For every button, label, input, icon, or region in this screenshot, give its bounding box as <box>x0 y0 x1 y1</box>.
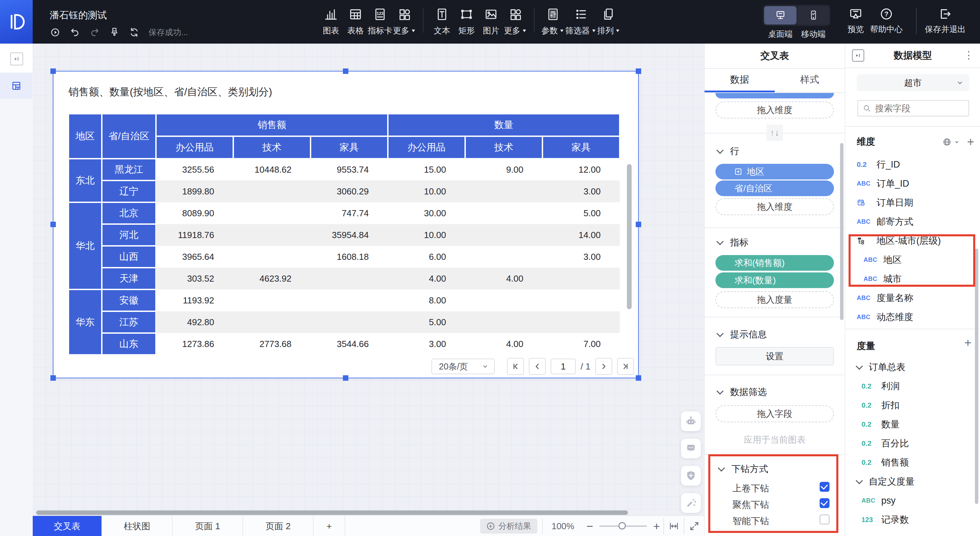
page-tab-页面 2[interactable]: 页面 2 <box>243 516 313 536</box>
value-cell[interactable] <box>465 246 542 268</box>
field-销售额[interactable]: 0.2销售额 <box>857 453 972 472</box>
province-cell[interactable]: 辽宁 <box>102 180 156 202</box>
resize-handle-sw[interactable] <box>50 375 56 381</box>
zoom-slider-knob[interactable] <box>618 522 626 530</box>
save-and-exit-button[interactable]: 保存并退出 <box>921 7 969 35</box>
measure-field-pill[interactable]: 求和(销售额) <box>716 255 834 271</box>
insert-tool-filterlist[interactable]: 筛选器▼ <box>565 7 597 36</box>
measure-group-qty[interactable]: 数量 <box>388 114 620 136</box>
desktop-toggle-button[interactable] <box>764 6 797 24</box>
value-cell[interactable]: 15.00 <box>388 159 465 180</box>
field-折扣[interactable]: 0.2折扣 <box>857 396 972 415</box>
next-page-button[interactable] <box>595 358 612 375</box>
field-search-input[interactable] <box>875 103 961 114</box>
rows-dropzone[interactable]: 拖入维度 <box>716 198 834 215</box>
insert-tool-arrange[interactable]: 排列▼ <box>597 7 621 36</box>
globe-icon[interactable] <box>943 138 951 146</box>
zoom-slider[interactable] <box>599 518 647 534</box>
value-cell[interactable]: 8089.90 <box>156 202 233 224</box>
value-cell[interactable] <box>465 289 542 311</box>
insert-tool-table[interactable]: 表格 <box>343 7 368 36</box>
more-options-icon[interactable]: ⋮ <box>964 49 974 61</box>
value-cell[interactable] <box>542 289 620 311</box>
province-cell[interactable]: 河北 <box>102 224 156 246</box>
design-canvas[interactable]: 销售额、数量(按地区、省/自治区、类别划分) 地区 省/自治区 销售额 数量 办… <box>33 44 704 515</box>
resize-handle-n[interactable] <box>343 68 348 74</box>
field-记录数[interactable]: 123记录数 <box>857 510 972 529</box>
field-订单日期[interactable]: 订单日期 <box>857 193 972 212</box>
resize-handle-e[interactable] <box>636 222 641 227</box>
region-cell[interactable]: 华东 <box>68 289 102 355</box>
value-cell[interactable]: 7.00 <box>542 333 620 355</box>
redo-icon[interactable] <box>89 27 100 38</box>
value-cell[interactable]: 1193.92 <box>156 289 233 311</box>
value-cell[interactable]: 10.00 <box>388 224 465 246</box>
field-地区[interactable]: ABC地区 <box>857 250 972 269</box>
insert-tool-params[interactable]: 参数▼ <box>541 7 565 36</box>
chevron-down-icon[interactable] <box>954 139 959 145</box>
col-sales-office[interactable]: 办公用品 <box>156 136 233 159</box>
field-动态维度[interactable]: ABC动态维度 <box>857 307 972 326</box>
value-cell[interactable]: 4.00 <box>388 268 465 289</box>
tab-data[interactable]: 数据 <box>705 68 775 91</box>
province-cell[interactable]: 江苏 <box>102 311 156 333</box>
fit-width-button[interactable] <box>669 521 679 531</box>
field-城市[interactable]: ABC城市 <box>857 269 972 288</box>
value-cell[interactable]: 9553.74 <box>310 159 388 180</box>
field-地区-城市(层级)[interactable]: 地区-城市(层级) <box>857 231 972 250</box>
value-cell[interactable] <box>465 202 542 224</box>
value-cell[interactable]: 4.00 <box>465 268 542 289</box>
value-cell[interactable]: 30.00 <box>388 202 465 224</box>
region-cell[interactable]: 东北 <box>68 159 102 202</box>
clipped-column-pill[interactable] <box>716 93 834 99</box>
analysis-result-button[interactable]: 分析结果 <box>480 519 537 534</box>
col-sales-furniture[interactable]: 家具 <box>310 136 388 159</box>
ai-assistant-button[interactable] <box>681 411 701 431</box>
value-cell[interactable]: 10448.62 <box>233 159 310 180</box>
app-logo[interactable] <box>0 0 33 44</box>
value-cell[interactable] <box>233 311 310 333</box>
page-number-input[interactable] <box>550 359 576 374</box>
tab-style[interactable]: 样式 <box>775 68 845 91</box>
resize-handle-nw[interactable] <box>50 68 56 74</box>
field-订单_ID[interactable]: ABC订单_ID <box>857 174 972 193</box>
page-tab-柱状图[interactable]: 柱状图 <box>102 516 173 536</box>
field-数量[interactable]: 0.2数量 <box>857 415 972 434</box>
mobile-toggle-button[interactable] <box>797 6 829 24</box>
dataset-select[interactable]: 超市 <box>857 74 969 91</box>
page-tab-交叉表[interactable]: 交叉表 <box>33 516 102 536</box>
column-dropzone[interactable]: 拖入维度 <box>716 102 834 119</box>
add-measure-icon[interactable]: + <box>964 336 972 350</box>
col-qty-furniture[interactable]: 家具 <box>542 136 620 159</box>
first-page-button[interactable] <box>507 358 524 375</box>
format-brush-icon[interactable] <box>109 27 120 38</box>
refresh-icon[interactable] <box>129 27 140 38</box>
zoom-in-button[interactable]: + <box>653 520 660 533</box>
resize-handle-ne[interactable] <box>636 68 641 74</box>
value-cell[interactable]: 2773.68 <box>233 333 310 355</box>
value-cell[interactable]: 9.00 <box>465 159 542 180</box>
measure-group-sales[interactable]: 销售额 <box>156 114 388 136</box>
field-百分比[interactable]: 0.2百分比 <box>857 434 972 453</box>
row-field-pill[interactable]: 省/自治区 <box>716 180 834 196</box>
province-cell[interactable]: 黑龙江 <box>102 159 156 180</box>
field-search-box[interactable] <box>858 100 969 116</box>
insert-tool-rectshape[interactable]: 矩形 <box>454 7 479 36</box>
measure-field-pill[interactable]: 求和(数量) <box>716 272 834 288</box>
drill-section-header[interactable]: 下钻方式 <box>719 463 768 475</box>
insert-tool-text[interactable]: 文本 <box>430 7 454 36</box>
value-cell[interactable]: 492.80 <box>156 311 233 333</box>
value-cell[interactable]: 5.00 <box>388 311 465 333</box>
value-cell[interactable]: 1899.80 <box>156 180 233 202</box>
measure-group-自定义度量[interactable]: 自定义度量 <box>857 472 972 491</box>
field-psy[interactable]: ABCpsy <box>857 491 972 510</box>
resize-handle-s[interactable] <box>343 375 348 381</box>
value-cell[interactable] <box>233 202 310 224</box>
preview-button[interactable]: 预览 <box>840 7 871 35</box>
value-cell[interactable] <box>310 268 388 289</box>
value-cell[interactable] <box>465 311 542 333</box>
value-cell[interactable]: 10.00 <box>388 180 465 202</box>
value-cell[interactable]: 8.00 <box>388 289 465 311</box>
value-cell[interactable]: 3060.29 <box>310 180 388 202</box>
value-cell[interactable] <box>310 289 388 311</box>
